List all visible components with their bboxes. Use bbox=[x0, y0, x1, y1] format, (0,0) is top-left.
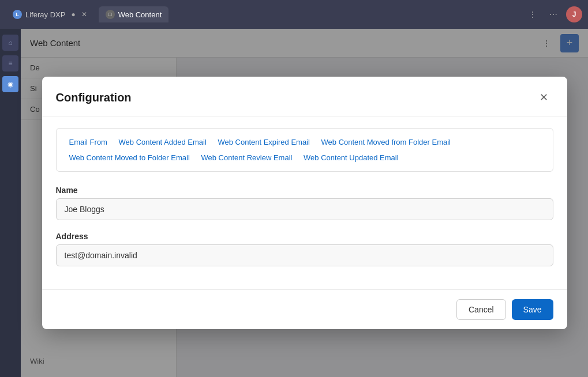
tab-web-content-expired-email[interactable]: Web Content Expired Email bbox=[214, 137, 313, 148]
name-input[interactable] bbox=[56, 198, 553, 220]
modal-close-button[interactable]: ✕ bbox=[535, 88, 553, 107]
webcontent-tab-icon: □ bbox=[106, 10, 115, 19]
browser-profile-icon[interactable]: J bbox=[566, 6, 582, 22]
sidebar-menu-icon[interactable]: ≡ bbox=[2, 55, 18, 71]
tab-web-content-review-email[interactable]: Web Content Review Email bbox=[197, 152, 295, 163]
browser-apps-icon[interactable]: ⋯ bbox=[545, 6, 561, 22]
configuration-modal: Configuration ✕ Email From Web Content A… bbox=[42, 77, 567, 329]
liferay-tab-close-icon[interactable]: ✕ bbox=[81, 10, 87, 18]
address-input[interactable] bbox=[56, 244, 553, 266]
liferay-tab-label: Liferay DXP bbox=[25, 10, 65, 19]
tab-email-from[interactable]: Email From bbox=[66, 137, 111, 148]
tabs-container: Email From Web Content Added Email Web C… bbox=[56, 128, 553, 172]
tab-web-content-moved-to-folder-email[interactable]: Web Content Moved to Folder Email bbox=[66, 152, 193, 163]
main-content-area: Web Content ⋮ + De Si Co Wiki Configurat… bbox=[21, 29, 588, 377]
browser-bar: L Liferay DXP ● ✕ □ Web Content ⋮ ⋯ J bbox=[0, 0, 588, 29]
browser-tab-liferay[interactable]: L Liferay DXP ● ✕ bbox=[6, 6, 94, 22]
liferay-tab-circle-icon[interactable]: ● bbox=[71, 10, 75, 18]
tab-sep-0 bbox=[112, 138, 114, 146]
tab-web-content-moved-from-folder-email[interactable]: Web Content Moved from Folder Email bbox=[318, 137, 454, 148]
browser-menu-icon[interactable]: ⋮ bbox=[525, 6, 541, 22]
left-sidebar: ⌂ ≡ ◉ bbox=[0, 29, 21, 377]
tab-sep-2 bbox=[314, 138, 317, 146]
webcontent-tab-label: Web Content bbox=[118, 10, 162, 19]
name-label: Name bbox=[56, 186, 553, 195]
tabs-row-2: Web Content Moved to Folder Email Web Co… bbox=[66, 152, 544, 163]
modal-header: Configuration ✕ bbox=[42, 77, 567, 116]
name-form-group: Name bbox=[56, 186, 553, 220]
liferay-tab-icon: L bbox=[13, 10, 22, 19]
cancel-button[interactable]: Cancel bbox=[456, 299, 506, 320]
address-form-group: Address bbox=[56, 232, 553, 266]
tabs-row: Email From Web Content Added Email Web C… bbox=[66, 137, 544, 148]
modal-title: Configuration bbox=[56, 91, 132, 104]
modal-backdrop: Configuration ✕ Email From Web Content A… bbox=[21, 29, 588, 377]
sidebar-home-icon[interactable]: ⌂ bbox=[2, 35, 18, 51]
modal-body: Email From Web Content Added Email Web C… bbox=[42, 116, 567, 289]
tab-web-content-updated-email[interactable]: Web Content Updated Email bbox=[300, 152, 402, 163]
tab-sep-1 bbox=[211, 138, 214, 146]
tab-web-content-added-email[interactable]: Web Content Added Email bbox=[115, 137, 210, 148]
tab-sep-4 bbox=[297, 153, 299, 162]
browser-tab-webcontent[interactable]: □ Web Content bbox=[99, 6, 169, 22]
save-button[interactable]: Save bbox=[512, 299, 553, 320]
modal-footer: Cancel Save bbox=[42, 289, 567, 329]
sidebar-content-icon[interactable]: ◉ bbox=[2, 76, 18, 92]
address-label: Address bbox=[56, 232, 553, 241]
tab-sep-3 bbox=[194, 153, 197, 162]
